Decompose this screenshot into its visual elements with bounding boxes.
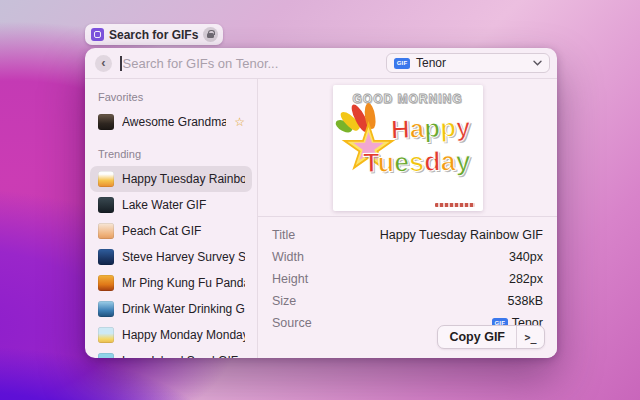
copy-gif-button[interactable]: Copy GIF <box>438 326 516 348</box>
favorite-star-icon[interactable]: ☆ <box>234 116 245 128</box>
shortcut-pill-label: Search for GIFs <box>109 28 198 42</box>
search-input[interactable] <box>123 56 379 71</box>
gif-thumbnail <box>98 275 114 291</box>
list-item-happy-tuesday[interactable]: Happy Tuesday Rainbow GIF <box>90 166 252 192</box>
chevron-down-icon <box>533 60 542 66</box>
list-item-lake-water[interactable]: Lake Water GIF <box>90 192 252 218</box>
list-item-peach-cat[interactable]: Peach Cat GIF <box>90 218 252 244</box>
gif-watermark <box>435 203 475 207</box>
gif-search-window: ‹ GIF Tenor Favorites Awesome Grandma GI… <box>85 48 557 358</box>
metadata-section: Title Happy Tuesday Rainbow GIF Width 34… <box>258 216 557 334</box>
gif-thumbnail <box>98 301 114 317</box>
gif-preview-area: GOOD MORNING Happy Tuesday <box>258 79 557 216</box>
text-caret <box>120 56 122 71</box>
gif-thumbnail <box>98 171 114 187</box>
gif-badge-icon: GIF <box>394 58 410 69</box>
gif-thumbnail <box>98 223 114 239</box>
gif-extension-icon <box>91 28 104 41</box>
meta-row-height: Height 282px <box>258 268 557 290</box>
source-dropdown[interactable]: GIF Tenor <box>386 53 550 73</box>
meta-row-size: Size 538kB <box>258 290 557 312</box>
meta-row-title: Title Happy Tuesday Rainbow GIF <box>258 224 557 246</box>
terminal-icon[interactable]: >_ <box>517 326 544 348</box>
gif-thumbnail <box>98 114 114 130</box>
copy-gif-split-button: Copy GIF >_ <box>437 325 545 349</box>
shortcut-pill[interactable]: Search for GIFs <box>85 24 223 45</box>
gif-text-tuesday: Tuesday <box>362 148 470 177</box>
back-button[interactable]: ‹ <box>95 55 112 72</box>
list-item-love-island[interactable]: Love Island Sand GIF <box>90 348 252 358</box>
gif-thumbnail <box>98 197 114 213</box>
results-sidebar: Favorites Awesome Grandma GIF ☆ Trending… <box>85 79 258 358</box>
trending-header: Trending <box>85 135 257 166</box>
list-item-mr-ping[interactable]: Mr Ping Kung Fu Panda GIF <box>90 270 252 296</box>
list-item-drink-water[interactable]: Drink Water Drinking GIF <box>90 296 252 322</box>
list-item-awesome-grandma[interactable]: Awesome Grandma GIF ☆ <box>90 109 252 135</box>
detail-panel: GOOD MORNING Happy Tuesday Title <box>258 79 557 358</box>
gif-thumbnail <box>98 249 114 265</box>
gif-text-happy: Happy <box>390 114 470 143</box>
meta-row-width: Width 340px <box>258 246 557 268</box>
list-item-steve-harvey[interactable]: Steve Harvey Survey Says GIF <box>90 244 252 270</box>
favorites-header: Favorites <box>85 91 257 109</box>
search-bar: ‹ GIF Tenor <box>85 48 557 78</box>
lock-icon[interactable] <box>203 27 218 42</box>
gif-preview-image: GOOD MORNING Happy Tuesday <box>333 85 483 211</box>
gif-thumbnail <box>98 353 114 358</box>
source-dropdown-value: Tenor <box>416 56 527 70</box>
list-item-happy-monday[interactable]: Happy Monday Mondays GIF <box>90 322 252 348</box>
gif-thumbnail <box>98 327 114 343</box>
